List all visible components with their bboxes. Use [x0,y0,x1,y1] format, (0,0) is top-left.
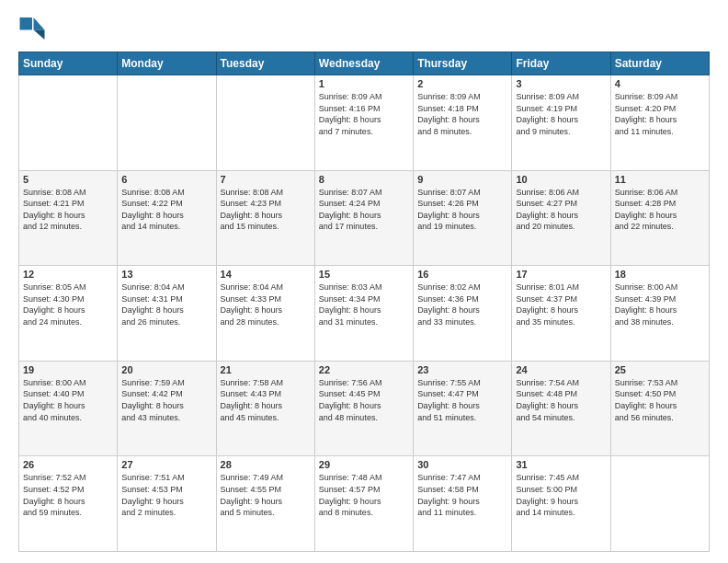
day-info: Sunrise: 7:52 AM Sunset: 4:52 PM Dayligh… [23,472,113,518]
calendar-week-row: 5Sunrise: 8:08 AM Sunset: 4:21 PM Daylig… [19,170,710,266]
calendar-cell: 5Sunrise: 8:08 AM Sunset: 4:21 PM Daylig… [19,170,118,266]
day-number: 19 [23,364,113,375]
day-info: Sunrise: 7:53 AM Sunset: 4:50 PM Dayligh… [615,377,705,423]
day-number: 14 [221,269,311,280]
weekday-header: Sunday [19,52,118,75]
weekday-header: Tuesday [216,52,314,75]
day-number: 29 [319,459,409,470]
day-number: 1 [319,78,409,89]
day-number: 15 [319,269,409,280]
day-info: Sunrise: 7:47 AM Sunset: 4:58 PM Dayligh… [417,472,507,518]
calendar-cell: 30Sunrise: 7:47 AM Sunset: 4:58 PM Dayli… [414,456,512,552]
calendar-cell: 25Sunrise: 7:53 AM Sunset: 4:50 PM Dayli… [610,361,709,456]
day-info: Sunrise: 8:02 AM Sunset: 4:36 PM Dayligh… [417,282,507,327]
day-info: Sunrise: 8:06 AM Sunset: 4:27 PM Dayligh… [516,187,606,233]
day-number: 22 [319,364,409,375]
calendar-cell: 7Sunrise: 8:08 AM Sunset: 4:23 PM Daylig… [216,170,314,266]
day-number: 6 [121,174,211,185]
calendar-cell: 3Sunrise: 8:09 AM Sunset: 4:19 PM Daylig… [512,75,610,171]
day-info: Sunrise: 7:54 AM Sunset: 4:48 PM Dayligh… [516,377,606,423]
day-number: 8 [319,174,409,185]
calendar-cell: 2Sunrise: 8:09 AM Sunset: 4:18 PM Daylig… [414,75,512,171]
svg-rect-2 [20,17,33,30]
day-info: Sunrise: 7:51 AM Sunset: 4:53 PM Dayligh… [121,472,211,518]
calendar-cell: 14Sunrise: 8:04 AM Sunset: 4:33 PM Dayli… [216,266,314,362]
calendar-cell: 9Sunrise: 8:07 AM Sunset: 4:26 PM Daylig… [414,170,512,266]
calendar-table: SundayMondayTuesdayWednesdayThursdayFrid… [18,52,710,552]
day-info: Sunrise: 8:05 AM Sunset: 4:30 PM Dayligh… [23,282,113,327]
day-number: 24 [516,364,606,375]
day-number: 26 [23,459,113,470]
day-number: 25 [615,364,705,375]
day-number: 12 [23,269,113,280]
calendar-cell: 28Sunrise: 7:49 AM Sunset: 4:55 PM Dayli… [216,456,314,552]
day-info: Sunrise: 7:45 AM Sunset: 5:00 PM Dayligh… [516,472,606,518]
weekday-header: Friday [512,52,610,75]
day-info: Sunrise: 7:59 AM Sunset: 4:42 PM Dayligh… [121,377,211,423]
day-number: 7 [221,174,311,185]
calendar-week-row: 26Sunrise: 7:52 AM Sunset: 4:52 PM Dayli… [19,456,710,552]
calendar-cell: 24Sunrise: 7:54 AM Sunset: 4:48 PM Dayli… [512,361,610,456]
day-number: 21 [221,364,311,375]
day-number: 20 [121,364,211,375]
day-number: 17 [516,269,606,280]
weekday-header: Wednesday [314,52,413,75]
day-number: 3 [516,78,606,89]
day-number: 4 [615,78,705,89]
day-number: 11 [615,174,705,185]
day-number: 5 [23,174,113,185]
day-info: Sunrise: 8:00 AM Sunset: 4:40 PM Dayligh… [23,377,113,423]
calendar-cell: 21Sunrise: 7:58 AM Sunset: 4:43 PM Dayli… [216,361,314,456]
calendar-cell: 1Sunrise: 8:09 AM Sunset: 4:16 PM Daylig… [314,75,413,171]
day-info: Sunrise: 8:07 AM Sunset: 4:24 PM Dayligh… [319,187,409,233]
calendar-cell: 17Sunrise: 8:01 AM Sunset: 4:37 PM Dayli… [512,266,610,362]
calendar-cell [610,456,709,552]
day-number: 13 [121,269,211,280]
day-info: Sunrise: 8:07 AM Sunset: 4:26 PM Dayligh… [417,187,507,233]
calendar-cell: 4Sunrise: 8:09 AM Sunset: 4:20 PM Daylig… [610,75,709,171]
day-number: 30 [417,459,507,470]
logo-icon [18,15,46,42]
day-info: Sunrise: 8:03 AM Sunset: 4:34 PM Dayligh… [319,282,409,327]
calendar-cell: 13Sunrise: 8:04 AM Sunset: 4:31 PM Dayli… [118,266,216,362]
calendar-cell: 26Sunrise: 7:52 AM Sunset: 4:52 PM Dayli… [19,456,118,552]
header [18,15,710,42]
calendar-cell [118,75,216,171]
day-number: 23 [417,364,507,375]
calendar-cell: 27Sunrise: 7:51 AM Sunset: 4:53 PM Dayli… [118,456,216,552]
day-info: Sunrise: 8:09 AM Sunset: 4:18 PM Dayligh… [417,91,507,137]
svg-marker-0 [34,17,45,30]
day-info: Sunrise: 8:09 AM Sunset: 4:19 PM Dayligh… [516,91,606,137]
calendar-header-row: SundayMondayTuesdayWednesdayThursdayFrid… [19,52,710,75]
day-info: Sunrise: 7:58 AM Sunset: 4:43 PM Dayligh… [221,377,311,423]
logo [18,15,50,42]
calendar-cell: 20Sunrise: 7:59 AM Sunset: 4:42 PM Dayli… [118,361,216,456]
day-info: Sunrise: 7:49 AM Sunset: 4:55 PM Dayligh… [221,472,311,518]
svg-marker-1 [34,30,45,40]
calendar-week-row: 12Sunrise: 8:05 AM Sunset: 4:30 PM Dayli… [19,266,710,362]
weekday-header: Monday [118,52,216,75]
day-info: Sunrise: 8:04 AM Sunset: 4:31 PM Dayligh… [121,282,211,327]
calendar-cell: 31Sunrise: 7:45 AM Sunset: 5:00 PM Dayli… [512,456,610,552]
day-number: 10 [516,174,606,185]
calendar-cell: 18Sunrise: 8:00 AM Sunset: 4:39 PM Dayli… [610,266,709,362]
calendar-cell: 22Sunrise: 7:56 AM Sunset: 4:45 PM Dayli… [314,361,413,456]
day-number: 9 [417,174,507,185]
day-number: 27 [121,459,211,470]
page: SundayMondayTuesdayWednesdayThursdayFrid… [0,0,728,563]
day-info: Sunrise: 8:08 AM Sunset: 4:23 PM Dayligh… [221,187,311,233]
day-info: Sunrise: 8:08 AM Sunset: 4:22 PM Dayligh… [121,187,211,233]
calendar-cell: 29Sunrise: 7:48 AM Sunset: 4:57 PM Dayli… [314,456,413,552]
day-info: Sunrise: 8:09 AM Sunset: 4:16 PM Dayligh… [319,91,409,137]
day-info: Sunrise: 8:06 AM Sunset: 4:28 PM Dayligh… [615,187,705,233]
day-number: 2 [417,78,507,89]
day-info: Sunrise: 8:04 AM Sunset: 4:33 PM Dayligh… [221,282,311,327]
day-info: Sunrise: 8:00 AM Sunset: 4:39 PM Dayligh… [615,282,705,327]
calendar-cell [19,75,118,171]
day-number: 31 [516,459,606,470]
calendar-cell: 11Sunrise: 8:06 AM Sunset: 4:28 PM Dayli… [610,170,709,266]
day-info: Sunrise: 8:08 AM Sunset: 4:21 PM Dayligh… [23,187,113,233]
day-info: Sunrise: 8:09 AM Sunset: 4:20 PM Dayligh… [615,91,705,137]
day-number: 18 [615,269,705,280]
day-info: Sunrise: 8:01 AM Sunset: 4:37 PM Dayligh… [516,282,606,327]
